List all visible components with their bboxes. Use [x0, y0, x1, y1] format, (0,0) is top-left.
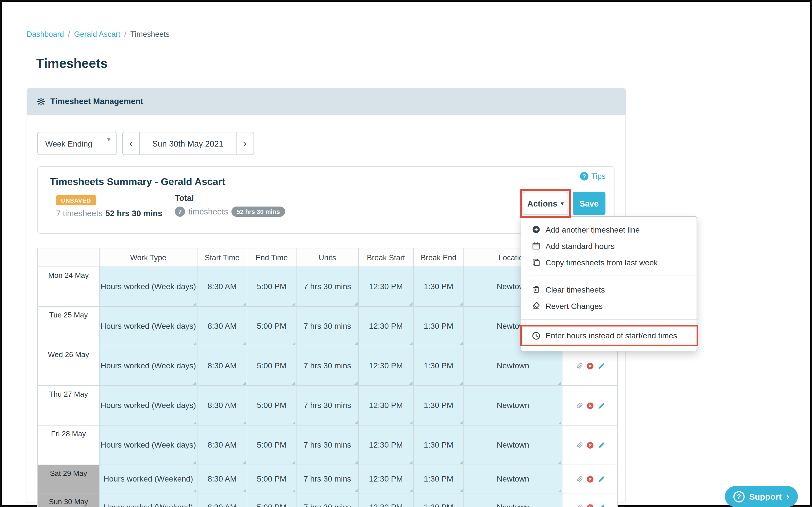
previous-week-button[interactable]: ‹ [122, 132, 140, 155]
work-type-cell[interactable]: Hours worked (Week days) [99, 306, 197, 346]
end-time-cell[interactable]: 5:00 PM [247, 425, 296, 465]
break-end-cell[interactable]: 1:30 PM [413, 267, 464, 306]
break-end-cell[interactable]: 1:30 PM [413, 465, 464, 493]
break-end-cell[interactable]: 1:30 PM [413, 346, 464, 386]
menu-item-enter-hours[interactable]: Enter hours instead of start/end times [521, 325, 697, 346]
period-select[interactable]: Week Ending ▾ [37, 132, 117, 155]
break-start-cell[interactable]: 12:30 PM [358, 267, 413, 306]
attachment-icon[interactable] [575, 504, 583, 507]
timesheet-hours: 52 hrs 30 mins [105, 209, 162, 218]
delete-icon[interactable] [586, 504, 594, 507]
edit-icon[interactable] [597, 362, 605, 370]
break-start-cell[interactable]: 12:30 PM [358, 386, 413, 425]
units-cell[interactable]: 7 hrs 30 mins [296, 493, 358, 507]
break-end-cell[interactable]: 1:30 PM [413, 386, 464, 425]
break-start-cell[interactable]: 12:30 PM [358, 425, 413, 465]
support-label: Support [749, 492, 782, 501]
attachment-icon[interactable] [575, 475, 583, 484]
units-cell[interactable]: 7 hrs 30 mins [296, 465, 358, 493]
column-header [38, 248, 99, 267]
day-cell: Sun 30 May [38, 493, 99, 507]
week-ending-date: Sun 30th May 2021 [140, 132, 237, 155]
location-cell[interactable]: Newtown [464, 493, 562, 507]
attachment-icon[interactable] [575, 402, 583, 410]
row-actions-cell [562, 386, 618, 425]
clock-icon [531, 331, 540, 340]
tips-link[interactable]: ? Tips [580, 172, 605, 180]
row-actions-cell [562, 346, 618, 386]
unsaved-badge: UNSAVED [56, 195, 96, 206]
end-time-cell[interactable]: 5:00 PM [247, 306, 296, 346]
work-type-cell[interactable]: Hours worked (Weekend) [99, 465, 197, 493]
breadcrumb-employee[interactable]: Gerald Ascart [74, 30, 121, 39]
edit-icon[interactable] [597, 442, 605, 450]
column-header: Break Start [358, 248, 413, 267]
break-start-cell[interactable]: 12:30 PM [358, 346, 413, 386]
menu-item-label: Revert Changes [545, 301, 603, 311]
units-cell[interactable]: 7 hrs 30 mins [296, 425, 358, 465]
edit-icon[interactable] [597, 504, 605, 507]
work-type-cell[interactable]: Hours worked (Week days) [99, 425, 197, 465]
edit-icon[interactable] [597, 402, 605, 410]
breadcrumb-separator: / [68, 30, 70, 39]
location-cell[interactable]: Newtown [464, 425, 562, 465]
menu-item-copy-last-week[interactable]: Copy timesheets from last week [521, 254, 697, 271]
end-time-cell[interactable]: 5:00 PM [247, 386, 296, 425]
edit-icon[interactable] [597, 475, 605, 484]
delete-icon[interactable] [586, 362, 594, 370]
help-icon: ? [733, 491, 745, 502]
location-cell[interactable]: Newtown [464, 346, 562, 386]
column-header: End Time [247, 248, 296, 267]
total-row: 7 timesheets 52 hrs 30 mins [175, 207, 285, 217]
start-time-cell[interactable]: 8:30 AM [197, 306, 247, 346]
attachment-icon[interactable] [575, 442, 583, 450]
end-time-cell[interactable]: 5:00 PM [247, 346, 296, 386]
break-end-cell[interactable]: 1:30 PM [413, 425, 464, 465]
start-time-cell[interactable]: 8:30 AM [197, 346, 247, 386]
break-end-cell[interactable]: 1:30 PM [413, 493, 464, 507]
start-time-cell[interactable]: 8:30 AM [197, 465, 247, 493]
work-type-cell[interactable]: Hours worked (Week days) [99, 267, 197, 306]
break-end-cell[interactable]: 1:30 PM [413, 306, 464, 346]
start-time-cell[interactable]: 8:30 AM [197, 386, 247, 425]
break-start-cell[interactable]: 12:30 PM [358, 465, 413, 493]
units-cell[interactable]: 7 hrs 30 mins [296, 346, 358, 386]
start-time-cell[interactable]: 8:30 AM [197, 493, 247, 507]
break-start-cell[interactable]: 12:30 PM [358, 306, 413, 346]
attachment-icon[interactable] [575, 362, 583, 370]
location-cell[interactable]: Newtown [464, 465, 562, 493]
menu-item-clear-timesheets[interactable]: Clear timesheets [521, 281, 697, 298]
menu-item-add-line[interactable]: Add another timesheet line [521, 221, 697, 238]
end-time-cell[interactable]: 5:00 PM [247, 267, 296, 306]
save-button[interactable]: Save [573, 192, 605, 215]
start-time-cell[interactable]: 8:30 AM [197, 267, 247, 306]
delete-icon[interactable] [586, 402, 594, 410]
work-type-cell[interactable]: Hours worked (Weekend) [99, 493, 197, 507]
app-window: Dashboard / Gerald Ascart / Timesheets T… [0, 0, 812, 507]
end-time-cell[interactable]: 5:00 PM [247, 493, 296, 507]
units-cell[interactable]: 7 hrs 30 mins [296, 267, 358, 306]
breadcrumb-dashboard[interactable]: Dashboard [26, 30, 64, 39]
units-cell[interactable]: 7 hrs 30 mins [296, 306, 358, 346]
menu-item-revert-changes[interactable]: Revert Changes [521, 298, 697, 314]
next-week-button[interactable]: › [237, 132, 254, 155]
support-button[interactable]: ? Support › [725, 486, 798, 507]
break-start-cell[interactable]: 12:30 PM [358, 493, 413, 507]
delete-icon[interactable] [586, 442, 594, 450]
work-type-cell[interactable]: Hours worked (Week days) [99, 346, 197, 386]
trash-icon [531, 285, 540, 294]
units-cell[interactable]: 7 hrs 30 mins [296, 386, 358, 425]
location-cell[interactable]: Newtown [464, 386, 562, 425]
menu-item-label: Clear timesheets [545, 285, 605, 294]
chevron-right-icon: › [786, 491, 789, 502]
actions-button[interactable]: Actions ▾ [523, 192, 568, 215]
total-count-badge: 7 [175, 207, 185, 217]
menu-item-add-standard-hours[interactable]: Add standard hours [521, 238, 697, 254]
total-hours-badge: 52 hrs 30 mins [231, 207, 285, 217]
end-time-cell[interactable]: 5:00 PM [247, 465, 296, 493]
chevron-down-icon: ▾ [107, 136, 110, 143]
delete-icon[interactable] [586, 475, 594, 484]
start-time-cell[interactable]: 8:30 AM [197, 425, 247, 465]
work-type-cell[interactable]: Hours worked (Week days) [99, 386, 197, 425]
menu-divider [521, 319, 697, 320]
